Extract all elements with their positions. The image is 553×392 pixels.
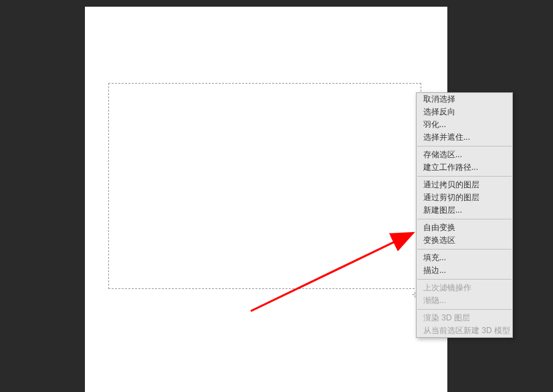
context-menu-item: 渲染 3D 图层 bbox=[417, 312, 512, 324]
selection-marquee[interactable] bbox=[108, 83, 421, 289]
context-menu-item[interactable]: 选择反向 bbox=[417, 106, 512, 118]
context-menu-item[interactable]: 取消选择 bbox=[417, 93, 512, 106]
context-menu-item[interactable]: 通过剪切的图层 bbox=[417, 191, 512, 204]
context-menu-item[interactable]: 变换选区 bbox=[417, 234, 512, 247]
context-menu-item[interactable]: 存储选区... bbox=[417, 149, 512, 161]
context-menu-item[interactable]: 选择并遮住... bbox=[417, 131, 512, 144]
context-menu-item: 渐隐... bbox=[417, 294, 512, 307]
menu-separator bbox=[417, 249, 512, 250]
context-menu-item[interactable]: 新建图层... bbox=[417, 204, 512, 217]
menu-separator bbox=[417, 309, 512, 310]
menu-separator bbox=[417, 146, 512, 146]
menu-separator bbox=[417, 176, 512, 177]
context-menu-item[interactable]: 自由变换 bbox=[417, 221, 512, 234]
menu-separator bbox=[417, 219, 512, 219]
context-menu-item: 从当前选区新建 3D 模型 bbox=[417, 324, 512, 337]
context-menu-item[interactable]: 填充... bbox=[417, 252, 512, 264]
context-menu-item[interactable]: 建立工作路径... bbox=[417, 161, 512, 174]
context-menu-item[interactable]: 羽化... bbox=[417, 118, 512, 131]
context-menu: 取消选择选择反向羽化...选择并遮住...存储选区...建立工作路径...通过拷… bbox=[416, 92, 513, 338]
context-menu-item[interactable]: 描边... bbox=[417, 264, 512, 277]
context-menu-item: 上次滤镜操作 bbox=[417, 282, 512, 294]
menu-separator bbox=[417, 279, 512, 280]
context-menu-item[interactable]: 通过拷贝的图层 bbox=[417, 179, 512, 191]
